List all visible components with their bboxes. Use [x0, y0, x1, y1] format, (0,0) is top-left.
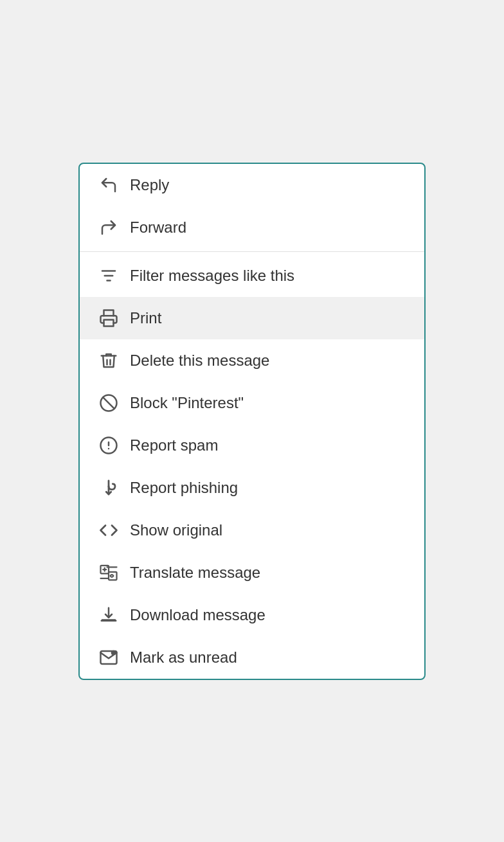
block-label: Block "Pinterest": [130, 394, 244, 412]
trash-icon: [99, 351, 130, 370]
menu-item-phishing[interactable]: Report phishing: [80, 467, 424, 509]
divider-1: [80, 251, 424, 252]
svg-point-17: [111, 650, 116, 655]
menu-item-spam[interactable]: Report spam: [80, 424, 424, 467]
menu-item-delete[interactable]: Delete this message: [80, 339, 424, 382]
menu-item-translate[interactable]: Translate message: [80, 551, 424, 594]
menu-item-print[interactable]: Print: [80, 297, 424, 339]
delete-label: Delete this message: [130, 352, 269, 370]
forward-label: Forward: [130, 219, 186, 237]
menu-item-reply[interactable]: Reply: [80, 164, 424, 206]
context-menu: Reply Forward Filter messages like this: [78, 163, 426, 680]
phishing-icon: [99, 478, 130, 497]
filter-label: Filter messages like this: [130, 267, 294, 285]
print-icon: [99, 309, 130, 328]
block-icon: [99, 393, 130, 413]
translate-icon: [99, 563, 130, 582]
download-label: Download message: [130, 606, 266, 624]
unread-icon: [99, 648, 130, 667]
menu-item-unread[interactable]: Mark as unread: [80, 636, 424, 679]
print-label: Print: [130, 309, 161, 327]
download-icon: [99, 605, 130, 625]
svg-rect-16: [102, 619, 116, 621]
filter-icon: [99, 266, 130, 285]
menu-item-block[interactable]: Block "Pinterest": [80, 382, 424, 424]
svg-line-5: [103, 397, 114, 409]
spam-icon: [99, 436, 130, 455]
reply-icon: [99, 175, 130, 195]
reply-label: Reply: [130, 176, 169, 194]
code-icon: [99, 521, 130, 540]
menu-item-filter[interactable]: Filter messages like this: [80, 255, 424, 297]
spam-label: Report spam: [130, 436, 218, 454]
translate-label: Translate message: [130, 564, 260, 582]
menu-item-original[interactable]: Show original: [80, 509, 424, 551]
svg-rect-3: [104, 319, 114, 326]
original-label: Show original: [130, 521, 222, 539]
menu-item-forward[interactable]: Forward: [80, 206, 424, 249]
phishing-label: Report phishing: [130, 479, 238, 497]
forward-icon: [99, 218, 130, 237]
menu-item-download[interactable]: Download message: [80, 594, 424, 636]
unread-label: Mark as unread: [130, 649, 237, 667]
